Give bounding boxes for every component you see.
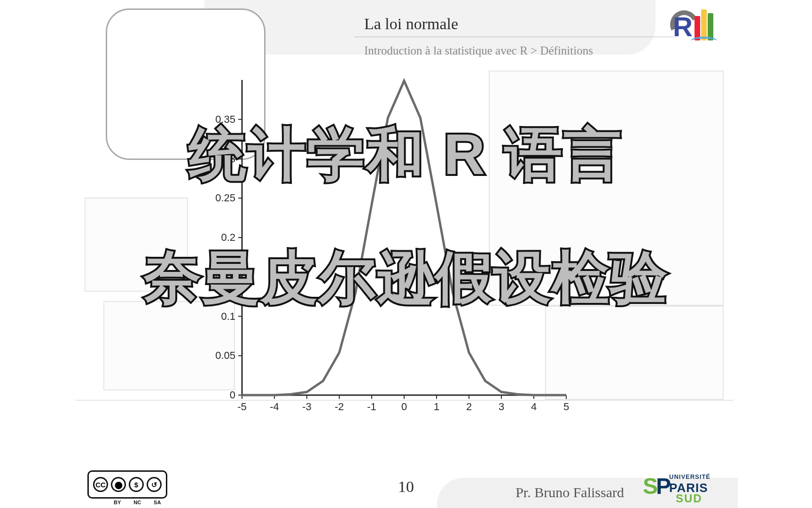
cc-license-badge: CC ⬤ $ ↺	[87, 470, 167, 499]
title-divider	[355, 37, 674, 37]
svg-text:1: 1	[434, 401, 439, 413]
svg-text:0: 0	[230, 389, 235, 401]
overlay-title-line1: 统计学和 R 语言	[189, 117, 623, 194]
svg-text:0: 0	[401, 401, 407, 413]
svg-text:5: 5	[563, 401, 569, 413]
universite-paris-sud-logo: S P UNIVERSITÉ PARIS SUD	[643, 471, 718, 505]
svg-text:2: 2	[466, 401, 472, 413]
svg-text:-2: -2	[335, 401, 344, 413]
svg-text:0.25: 0.25	[215, 192, 235, 204]
svg-text:-3: -3	[302, 401, 312, 413]
cc-by-icon: ⬤	[111, 477, 126, 492]
svg-text:3: 3	[499, 401, 504, 413]
svg-text:0.05: 0.05	[215, 349, 235, 361]
r-logo-icon: R	[670, 8, 713, 48]
overlay-title-line2: 奈曼皮尔逊假设检验	[144, 240, 668, 317]
cc-sa-icon: ↺	[147, 477, 162, 492]
svg-text:-4: -4	[270, 401, 279, 413]
page-number: 10	[398, 478, 414, 496]
cc-nc-icon: $	[129, 477, 144, 492]
svg-text:4: 4	[531, 401, 537, 413]
cc-labels: . BY NC SA	[87, 500, 167, 505]
svg-text:-5: -5	[237, 401, 247, 413]
author-name: Pr. Bruno Falissard	[515, 484, 624, 500]
breadcrumb: Introduction à la statistique avec R > D…	[364, 44, 593, 57]
cc-icon: CC	[93, 477, 108, 492]
svg-text:-1: -1	[367, 401, 376, 413]
page-title: La loi normale	[364, 15, 458, 33]
